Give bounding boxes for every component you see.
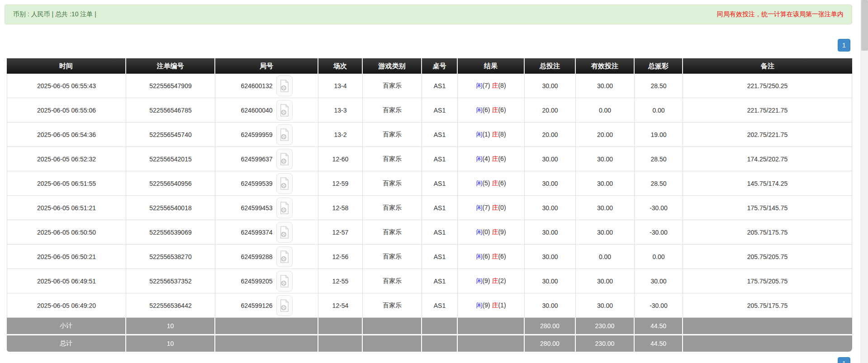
- total-bet-cell[interactable]: 30.00: [525, 245, 576, 269]
- result-cell: 闲(7) 庄(8): [458, 74, 525, 98]
- game-type-cell: 百家乐: [363, 147, 422, 171]
- subtotal-payout: 44.50: [635, 318, 683, 334]
- remark-cell: 205.75/205.75: [683, 245, 852, 269]
- result-zhuang-label: 庄: [492, 302, 498, 309]
- game-type-cell: 百家乐: [363, 293, 422, 318]
- total-total-bet: 280.00: [525, 334, 576, 352]
- result-xian-label: 闲: [476, 82, 482, 89]
- game-type-cell: 百家乐: [363, 123, 422, 147]
- result-zhuang-label: 庄: [492, 277, 498, 284]
- payout-cell: -30.00: [635, 293, 683, 318]
- result-xian-label: 闲: [476, 155, 482, 162]
- result-cell: 闲(5) 庄(6): [458, 171, 525, 196]
- result-xian-label: 闲: [476, 228, 482, 236]
- bet-id-cell: 522556540956: [126, 171, 215, 196]
- table-row: 2025-06-05 06:51:21 522556540018 6245994…: [7, 196, 852, 220]
- game-type-cell: 百家乐: [363, 171, 422, 196]
- total-bet-cell[interactable]: 30.00: [525, 147, 576, 171]
- payout-cell: 0.00: [635, 245, 683, 269]
- pagination-page-1-bottom[interactable]: 1: [838, 357, 850, 363]
- result-zhuang-points: (2): [498, 277, 506, 284]
- result-xian-label: 闲: [476, 106, 482, 113]
- scrollbar-thumb[interactable]: [861, 0, 868, 51]
- table-no-cell: AS1: [422, 245, 458, 269]
- table-row: 2025-06-05 06:55:43 522556547909 6246001…: [7, 74, 852, 98]
- session-cell: 13-3: [318, 98, 363, 123]
- video-replay-button[interactable]: [276, 271, 293, 292]
- round-id-cell: 624600132: [215, 74, 318, 98]
- result-zhuang-points: (6): [498, 155, 506, 162]
- total-bet-cell[interactable]: 30.00: [525, 293, 576, 318]
- result-xian-points: (6): [482, 106, 490, 113]
- payout-cell: 0.00: [635, 98, 683, 123]
- round-id-value: 624599126: [241, 302, 272, 309]
- table-row: 2025-06-05 06:54:36 522556545740 6245999…: [7, 123, 852, 147]
- table-row: 2025-06-05 06:49:20 522556536442 6245991…: [7, 293, 852, 318]
- col-header-table-no: 桌号: [422, 58, 458, 74]
- total-bet-cell[interactable]: 30.00: [525, 74, 576, 98]
- video-replay-button[interactable]: [276, 198, 293, 218]
- result-xian-points: (9): [482, 277, 490, 284]
- video-replay-button[interactable]: [276, 222, 293, 243]
- video-replay-button[interactable]: [276, 173, 293, 194]
- total-valid-bet: 230.00: [576, 334, 635, 352]
- total-bet-cell[interactable]: 30.00: [525, 220, 576, 245]
- time-cell: 2025-06-05 06:49:51: [7, 269, 126, 293]
- valid-bet-cell: 30.00: [576, 171, 635, 196]
- video-replay-button[interactable]: [276, 124, 293, 145]
- table-no-cell: AS1: [422, 123, 458, 147]
- col-header-valid-bet: 有效投注: [576, 58, 635, 74]
- info-bar: 币别 : 人民币 | 总共 :10 注单 | 同局有效投注，统一计算在该局第一张…: [5, 5, 852, 24]
- vertical-scrollbar[interactable]: [860, 0, 868, 363]
- round-id-value: 624599453: [241, 204, 272, 212]
- total-bet-cell[interactable]: 20.00: [525, 123, 576, 147]
- video-file-icon: [280, 250, 289, 263]
- col-header-total-bet: 总投注: [525, 58, 576, 74]
- result-zhuang-points: (8): [498, 131, 506, 138]
- bet-id-cell: 522556540018: [126, 196, 215, 220]
- session-cell: 12-54: [318, 293, 363, 318]
- remark-cell: 221.75/221.75: [683, 98, 852, 123]
- video-replay-button[interactable]: [276, 149, 293, 170]
- table-no-cell: AS1: [422, 147, 458, 171]
- valid-bet-cell: 30.00: [576, 220, 635, 245]
- result-zhuang-points: (1): [498, 302, 506, 309]
- total-bet-cell[interactable]: 30.00: [525, 171, 576, 196]
- bet-id-cell: 522556538270: [126, 245, 215, 269]
- round-id-cell: 624599539: [215, 171, 318, 196]
- result-zhuang-points: (8): [498, 82, 506, 89]
- session-cell: 12-55: [318, 269, 363, 293]
- result-zhuang-label: 庄: [492, 155, 498, 162]
- result-zhuang-points: (6): [498, 179, 506, 187]
- bet-id-cell: 522556542015: [126, 147, 215, 171]
- bet-id-cell: 522556539069: [126, 220, 215, 245]
- round-id-value: 624600132: [241, 82, 272, 90]
- video-replay-button[interactable]: [276, 295, 293, 316]
- video-file-icon: [280, 104, 289, 117]
- result-xian-points: (0): [482, 228, 490, 236]
- remark-cell: 145.75/174.25: [683, 171, 852, 196]
- bet-records-table: 时间 注单编号 局号 场次 游戏类别 桌号 结果 总投注 有效投注 总派彩 备注…: [7, 58, 852, 352]
- round-id-cell: 624599205: [215, 269, 318, 293]
- time-cell: 2025-06-05 06:54:36: [7, 123, 126, 147]
- total-bet-cell[interactable]: 30.00: [525, 269, 576, 293]
- result-xian-points: (1): [482, 131, 490, 138]
- total-bet-cell[interactable]: 30.00: [525, 196, 576, 220]
- pagination-page-1-top[interactable]: 1: [838, 39, 850, 52]
- table-no-cell: AS1: [422, 220, 458, 245]
- time-cell: 2025-06-05 06:55:06: [7, 98, 126, 123]
- video-file-icon: [280, 128, 289, 141]
- table-row: 2025-06-05 06:51:55 522556540956 6245995…: [7, 171, 852, 196]
- video-replay-button[interactable]: [276, 100, 293, 121]
- session-cell: 12-57: [318, 220, 363, 245]
- valid-bet-cell: 30.00: [576, 74, 635, 98]
- valid-bet-cell: 30.00: [576, 269, 635, 293]
- video-replay-button[interactable]: [276, 246, 293, 267]
- result-zhuang-label: 庄: [492, 131, 498, 138]
- col-header-time: 时间: [7, 58, 126, 74]
- table-no-cell: AS1: [422, 269, 458, 293]
- total-bet-cell[interactable]: 20.00: [525, 98, 576, 123]
- video-replay-button[interactable]: [276, 75, 293, 96]
- result-xian-points: (9): [482, 302, 490, 309]
- payout-cell: 28.50: [635, 147, 683, 171]
